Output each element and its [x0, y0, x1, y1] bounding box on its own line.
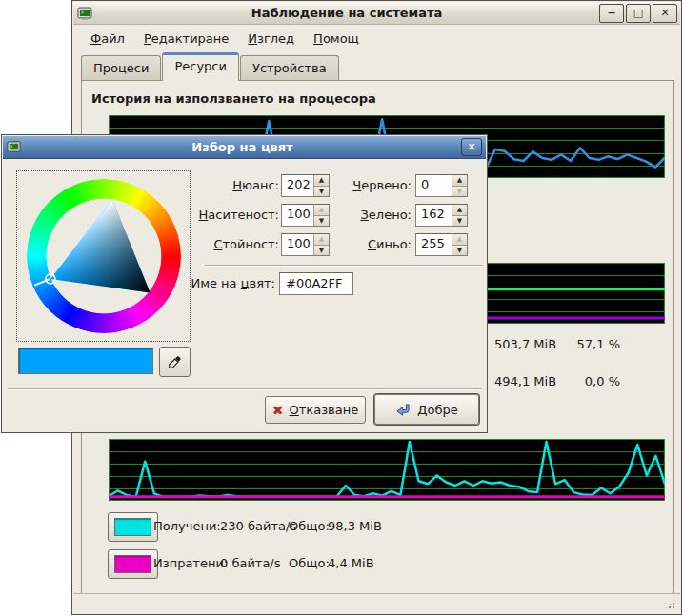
window-controls: − □ ✕	[599, 4, 677, 23]
dialog-title: Избор на цвят	[24, 140, 461, 154]
green-spin-down[interactable]: ▼	[452, 216, 467, 227]
cancel-button-label: Отказване	[290, 403, 359, 417]
blue-label: Синьо:	[316, 237, 412, 251]
hue-value[interactable]: 202	[282, 175, 313, 196]
tab-processes[interactable]: Процеси	[81, 55, 161, 81]
green-spin-up[interactable]: ▲	[452, 205, 467, 216]
color-preview-swatch	[18, 348, 153, 374]
blue-value[interactable]: 255	[416, 234, 452, 255]
received-total-label: Общо:	[289, 519, 330, 533]
buttons-separator	[8, 388, 481, 390]
saturation-value[interactable]: 100	[282, 205, 313, 226]
red-value[interactable]: 0	[416, 175, 452, 196]
fields-separator	[205, 265, 483, 267]
tab-devices[interactable]: Устройства	[240, 55, 339, 81]
value-value[interactable]: 100	[282, 234, 313, 255]
red-spinbox[interactable]: 0 ▲▼	[415, 174, 468, 197]
received-color-swatch	[114, 518, 151, 536]
app-icon	[77, 6, 94, 21]
value-label: Стойност:	[174, 237, 279, 251]
ok-button-label: Добре	[417, 403, 457, 417]
sent-total: 4,4 MiB	[328, 556, 374, 570]
cancel-x-icon: ✖	[272, 404, 284, 417]
menubar: Файл Редактиране Изглед Помощ	[74, 26, 679, 50]
menu-help[interactable]: Помощ	[305, 29, 368, 49]
network-history-chart	[109, 439, 665, 501]
eyedropper-icon	[168, 355, 182, 369]
color-wheel-box	[16, 170, 191, 342]
eyedropper-button[interactable]	[159, 347, 191, 377]
cpu-history-heading: История на използването на процесора	[91, 91, 376, 106]
saturation-value-triangle[interactable]	[17, 171, 190, 341]
ok-button[interactable]: Добре	[374, 394, 479, 425]
sent-rate: 0 байта/s	[220, 556, 281, 570]
maximize-button[interactable]: □	[626, 4, 651, 23]
dialog-close-button[interactable]: ✕	[461, 138, 482, 156]
window-title: Наблюдение на системата	[94, 6, 599, 20]
red-label: Червено:	[316, 178, 412, 192]
red-spin-down[interactable]: ▼	[452, 187, 467, 197]
green-value[interactable]: 162	[416, 205, 452, 226]
menu-view[interactable]: Изглед	[239, 29, 303, 49]
tab-resources[interactable]: Ресурси	[162, 52, 239, 81]
green-label: Зелено:	[316, 208, 412, 222]
color-name-label: Име на цвят:	[164, 276, 275, 290]
received-total: 98,3 MiB	[328, 519, 382, 533]
dialog-titlebar[interactable]: Избор на цвят ✕	[3, 136, 486, 159]
minimize-button[interactable]: −	[599, 4, 624, 23]
cancel-button[interactable]: ✖ Отказване	[265, 396, 366, 424]
close-button[interactable]: ✕	[653, 4, 677, 23]
swap-used-percent: 0,0 %	[549, 374, 620, 388]
saturation-label: Наситеност:	[174, 208, 279, 222]
sent-total-label: Общо:	[289, 556, 330, 570]
resize-grip[interactable]	[664, 598, 676, 610]
blue-spinbox[interactable]: 255 ▲▼	[415, 233, 468, 256]
received-rate: 230 байта/s	[220, 519, 296, 533]
red-spin-up[interactable]: ▲	[452, 175, 467, 187]
blue-spin-down[interactable]: ▼	[452, 246, 467, 256]
color-name-input[interactable]: #00A2FF	[279, 272, 353, 295]
color-picker-dialog: Избор на цвят ✕	[1, 134, 488, 433]
desktop: Наблюдение на системата − □ ✕ Файл Редак…	[0, 0, 683, 616]
blue-spin-up[interactable]: ▲	[452, 234, 467, 246]
sent-label: Изпратени:	[153, 556, 228, 570]
tab-bar: Процеси Ресурси Устройства	[81, 53, 673, 81]
menu-edit[interactable]: Редактиране	[135, 29, 237, 49]
ok-enter-icon	[395, 403, 412, 417]
sent-color-swatch	[114, 555, 151, 573]
memory-used-percent: 57,1 %	[549, 337, 620, 351]
main-titlebar[interactable]: Наблюдение на системата − □ ✕	[73, 2, 680, 25]
menu-file[interactable]: Файл	[82, 29, 133, 49]
status-bar	[73, 593, 680, 613]
sent-color-button[interactable]	[108, 549, 158, 579]
dialog-icon	[7, 140, 24, 155]
received-label: Получени:	[153, 519, 221, 533]
received-color-button[interactable]	[108, 512, 158, 542]
green-spinbox[interactable]: 162 ▲▼	[415, 204, 468, 227]
hue-label: Нюанс:	[174, 178, 279, 192]
